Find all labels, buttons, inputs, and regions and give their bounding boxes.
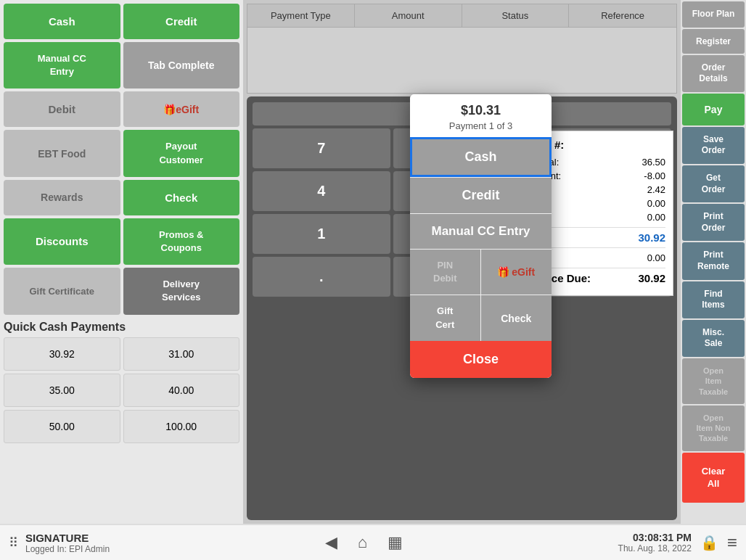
promos-coupons-button[interactable]: Promos &Coupons [123,218,240,265]
pay-button[interactable]: Pay [682,94,745,125]
popup-header: $10.31 Payment 1 of 3 [410,94,552,137]
popup-check-button[interactable]: Check [481,295,552,340]
cash-button[interactable]: Cash [4,4,120,39]
quick-40-00[interactable]: 40.00 [123,374,240,407]
date-display: Thu. Aug. 18, 2022 [618,543,692,553]
bottom-bar: ⠿ SIGNATURE Logged In: EPI Admin ◀ ⌂ ▦ 0… [0,524,746,560]
misc-sale-button[interactable]: Misc.Sale [682,320,745,357]
rewards-button[interactable]: Rewards [4,180,120,215]
payout-customer-button[interactable]: PayoutCustomer [123,130,240,176]
popup-row-1: PINDebit 🎁eGift [410,249,552,295]
popup-row-2: GiftCert Check [410,295,552,340]
other-value: 0.00 [647,212,665,223]
print-order-button[interactable]: PrintOrder [682,204,745,241]
right-panel: Floor Plan Register OrderDetails Pay Sav… [681,0,746,524]
tab-complete-button[interactable]: Tab Complete [123,42,240,88]
popup-amount: $10.31 [417,103,544,118]
quick-cash-section: Quick Cash Payments 30.92 31.00 35.00 40… [4,321,239,443]
grid-icon[interactable]: ⠿ [9,535,18,551]
nav-register-icon[interactable]: ▦ [388,533,403,552]
bottom-nav: ◀ ⌂ ▦ [325,533,403,552]
quick-50-00[interactable]: 50.00 [4,410,120,443]
tip-value: 0.00 [647,198,665,209]
popup-pin-debit-button[interactable]: PINDebit [410,250,481,295]
egift-label: eGift [512,266,535,278]
payment-type-popup: $10.31 Payment 1 of 3 Cash Credit Manual… [410,94,552,378]
popup-cash-button[interactable]: Cash [410,137,552,177]
menu-icon[interactable]: ≡ [727,532,737,553]
floor-plan-button[interactable]: Floor Plan [682,1,745,28]
quick-cash-grid: 30.92 31.00 35.00 40.00 50.00 100.00 [4,337,239,443]
popup-egift-button[interactable]: 🎁eGift [481,250,552,295]
tax-value: 2.42 [647,184,665,195]
quick-cash-title: Quick Cash Payments [4,321,239,334]
time-display: 03:08:31 PM [618,532,692,543]
datetime-display: 03:08:31 PM Thu. Aug. 18, 2022 [618,532,692,553]
discount-value: -8.00 [644,170,665,181]
print-remote-button[interactable]: PrintRemote [682,242,745,279]
quick-100-00[interactable]: 100.00 [123,410,240,443]
gift-cert-button[interactable]: Gift Certificate [4,268,120,314]
egift-button[interactable]: 🎁eGift [123,91,240,127]
ebt-food-button[interactable]: EBT Food [4,130,120,176]
quick-35-00[interactable]: 35.00 [4,374,120,407]
nav-home-icon[interactable]: ⌂ [358,533,367,552]
subtotal-value: 36.50 [642,157,665,168]
paid-value: 0.00 [647,252,665,263]
brand-name: SIGNATURE [25,532,110,544]
brand-info: SIGNATURE Logged In: EPI Admin [25,532,110,554]
bottom-right: 03:08:31 PM Thu. Aug. 18, 2022 🔒 ≡ [618,532,737,553]
nav-back-icon[interactable]: ◀ [325,533,337,552]
clear-all-button[interactable]: ClearAll [682,453,745,503]
manual-cc-button[interactable]: Manual CCEntry [4,42,120,88]
popup-subtitle: Payment 1 of 3 [417,120,544,131]
check-button[interactable]: Check [123,180,240,215]
delivery-services-button[interactable]: DeliveryServices [123,268,240,314]
middle-panel: Payment Type Amount Status Reference 7 8… [243,0,681,524]
balance-value: 30.92 [638,272,665,284]
logged-in-text: Logged In: EPI Admin [25,544,110,554]
popup-overlay: Order #: Subtotal: 36.50 Discount: -8.00… [243,0,681,524]
credit-button[interactable]: Credit [123,4,240,39]
left-panel: Cash Credit Manual CCEntry Tab Complete … [0,0,243,524]
save-order-button[interactable]: SaveOrder [682,127,745,164]
lock-icon[interactable]: 🔒 [700,534,718,551]
bottom-left: ⠿ SIGNATURE Logged In: EPI Admin [9,532,110,554]
discounts-button[interactable]: Discounts [4,218,120,265]
payment-buttons: Cash Credit Manual CCEntry Tab Complete … [4,4,239,315]
open-item-non-taxable-button[interactable]: OpenItem NonTaxable [682,405,745,451]
popup-credit-button[interactable]: Credit [410,177,552,213]
open-item-taxable-button[interactable]: OpenItemTaxable [682,358,745,404]
popup-gift-cert-button[interactable]: GiftCert [410,295,481,340]
popup-close-button[interactable]: Close [410,341,552,378]
quick-30-92[interactable]: 30.92 [4,337,120,371]
popup-manual-cc-button[interactable]: Manual CC Entry [410,213,552,249]
total-value: 30.92 [638,231,665,244]
register-button[interactable]: Register [682,29,745,54]
quick-31-00[interactable]: 31.00 [123,337,240,371]
get-order-button[interactable]: GetOrder [682,165,745,202]
debit-button[interactable]: Debit [4,91,120,127]
order-details-button[interactable]: OrderDetails [682,55,745,92]
find-items-button[interactable]: FindItems [682,281,745,318]
